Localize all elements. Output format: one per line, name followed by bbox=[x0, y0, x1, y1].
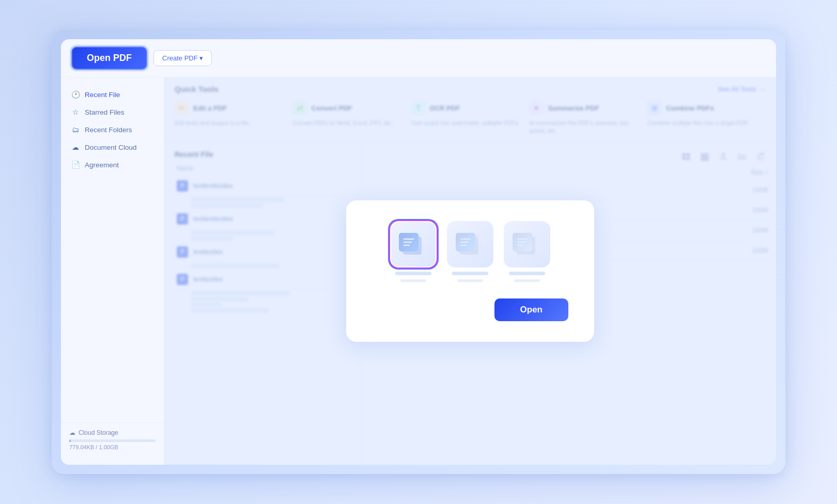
sidebar-label-document-cloud: Document Cloud bbox=[85, 144, 137, 151]
sidebar-label-starred-files: Starred Files bbox=[85, 108, 125, 116]
file-label-3 bbox=[509, 272, 545, 275]
main-window: Open PDF Create PDF ▾ 🕐 Recent File ☆ St… bbox=[61, 39, 776, 465]
sidebar-label-recent-file: Recent File bbox=[85, 91, 120, 99]
header: Open PDF Create PDF ▾ bbox=[61, 39, 776, 77]
dialog-file-card-1[interactable] bbox=[390, 221, 437, 282]
dialog-open-button[interactable]: Open bbox=[494, 298, 568, 321]
sidebar-item-recent-folders[interactable]: 🗂 Recent Folders bbox=[61, 121, 164, 138]
sidebar-storage: ☁ Cloud Storage 779.04KB / 1.00GB bbox=[61, 422, 164, 456]
recent-file-icon: 🕐 bbox=[71, 90, 80, 99]
sidebar-item-starred-files[interactable]: ☆ Starred Files bbox=[61, 103, 164, 121]
file-label-1 bbox=[395, 272, 431, 275]
sidebar-item-document-cloud[interactable]: ☁ Document Cloud bbox=[61, 138, 164, 156]
main-layout: 🕐 Recent File ☆ Starred Files 🗂 Recent F… bbox=[61, 77, 776, 465]
storage-bar-fill bbox=[69, 439, 71, 442]
dialog-file-card-2[interactable] bbox=[447, 221, 493, 282]
sidebar-item-agreement[interactable]: 📄 Agreement bbox=[61, 156, 164, 174]
dialog-file-icon-1 bbox=[390, 221, 437, 267]
storage-text: 779.04KB / 1.00GB bbox=[69, 444, 156, 450]
open-pdf-button[interactable]: Open PDF bbox=[71, 46, 147, 70]
dialog-file-card-3[interactable] bbox=[504, 221, 550, 282]
folder-icon: 🗂 bbox=[71, 125, 80, 134]
sidebar-item-recent-file[interactable]: 🕐 Recent File bbox=[61, 86, 164, 103]
file-sublabel-2 bbox=[457, 279, 483, 282]
cloud-storage-icon: ☁ bbox=[69, 429, 75, 436]
dialog-overlay: Open bbox=[164, 77, 776, 465]
content-area: Quick Tools See All Tools ··· ✏ Edit a P… bbox=[164, 77, 776, 465]
storage-label: ☁ Cloud Storage bbox=[69, 429, 156, 436]
file-sublabel-3 bbox=[514, 279, 540, 282]
file-label-2 bbox=[452, 272, 488, 275]
star-icon: ☆ bbox=[71, 108, 80, 116]
sidebar: 🕐 Recent File ☆ Starred Files 🗂 Recent F… bbox=[61, 77, 164, 465]
dialog-files-row bbox=[390, 221, 550, 282]
storage-bar-background bbox=[69, 439, 156, 442]
file-sublabel-1 bbox=[400, 279, 426, 282]
sidebar-label-recent-folders: Recent Folders bbox=[85, 126, 132, 134]
file-picker-dialog: Open bbox=[346, 200, 594, 342]
window-wrap: Open PDF Create PDF ▾ 🕐 Recent File ☆ St… bbox=[52, 30, 785, 474]
create-pdf-button[interactable]: Create PDF ▾ bbox=[153, 50, 212, 66]
dialog-file-icon-3 bbox=[504, 221, 550, 267]
cloud-icon: ☁ bbox=[71, 143, 80, 151]
sidebar-label-agreement: Agreement bbox=[85, 161, 119, 169]
dialog-file-icon-2 bbox=[447, 221, 493, 267]
document-icon: 📄 bbox=[71, 161, 80, 169]
